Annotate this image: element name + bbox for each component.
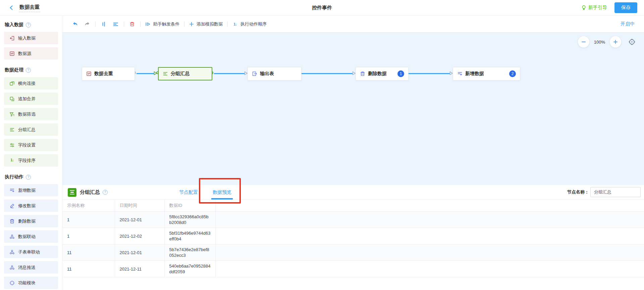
section-title-process: 数据处理 (5, 67, 58, 73)
column-header: 日期时间 (115, 200, 164, 212)
table-row[interactable]: 1 2021-12-01 5f8cc329366a0c85bb2008d0 (62, 212, 644, 228)
help-icon[interactable] (103, 190, 108, 195)
save-button[interactable]: 保存 (614, 2, 637, 13)
node-label: 分组汇总 (171, 71, 190, 77)
cell-sample-name: 11 (62, 244, 115, 261)
sidebar-item-field-sort[interactable]: 字段排序 (4, 154, 58, 167)
table-row[interactable]: 11 2021-12-01 5b7e7436e2e87bef8052ecc3 (62, 244, 644, 261)
flow-node-output-table[interactable]: 输出表 (248, 67, 302, 80)
align-horizontal-button[interactable] (112, 21, 119, 27)
sidebar-item-field-settings[interactable]: 字段设置 (4, 139, 58, 151)
assistant-trigger-label: 助手触发条件 (153, 21, 179, 27)
sidebar-section-actions: 执行动作 新增数据 修改数据 删除数据 数据联动 子表单联动 (4, 174, 58, 289)
undo-button[interactable] (72, 21, 78, 27)
data-linkage-icon (9, 234, 15, 239)
assistant-trigger-button[interactable]: 助手触发条件 (145, 21, 179, 27)
group-node-icon (163, 71, 168, 76)
tab-data-preview[interactable]: 数据预览 (211, 185, 233, 199)
connector-line (214, 73, 245, 74)
sidebar-section-input: 输入数据 输入数据 数据源 (4, 22, 58, 60)
cell-data-id: 5bf31fb496e9744d63eff0b4 (164, 228, 215, 244)
connector-arrow-icon (154, 71, 157, 75)
action-order-button[interactable]: 执行动作顺序 (232, 21, 267, 27)
help-icon[interactable] (26, 175, 31, 180)
help-icon[interactable] (26, 68, 31, 73)
redo-button[interactable] (84, 21, 91, 27)
column-header: 数据ID (164, 200, 215, 212)
filter-icon (9, 112, 15, 117)
flow-node-group-summary[interactable]: 分组汇总 (158, 67, 212, 80)
zoom-level: 100% (594, 40, 605, 45)
sidebar-item-add-data[interactable]: 新增数据 (4, 184, 58, 196)
add-mock-data-button[interactable]: 添加模拟数据 (189, 21, 223, 27)
sidebar-item-horizontal-join[interactable]: 横向连接 (4, 77, 58, 90)
datasource-icon (9, 51, 15, 56)
node-name-input[interactable] (590, 187, 641, 197)
sidebar-item-input-data[interactable]: 输入数据 (4, 32, 58, 44)
flow-node-add-data[interactable]: 新增数据 2 (453, 67, 520, 80)
flow-node-delete-data[interactable]: 删除数据 1 (356, 67, 409, 80)
crosshair-icon (628, 38, 636, 46)
action-order-icon (232, 22, 238, 26)
zoom-out-button[interactable] (578, 36, 589, 48)
zoom-in-button[interactable] (610, 36, 621, 48)
cell-data-id: 540eb6aa7e0952884ddf2059 (164, 261, 215, 277)
group-summary-icon (9, 127, 15, 132)
add-mock-data-label: 添加模拟数据 (197, 21, 223, 27)
action-order-label: 执行动作顺序 (240, 21, 267, 27)
edit-data-icon (9, 203, 15, 209)
node-label: 删除数据 (368, 71, 387, 77)
node-name-field: 节点名称： (567, 187, 641, 197)
message-push-icon (9, 265, 15, 270)
trash-icon (129, 21, 135, 27)
sidebar-item-message-push[interactable]: 消息推送 (4, 261, 58, 274)
section-title-actions: 执行动作 (5, 174, 58, 180)
node-label: 输出表 (260, 71, 274, 77)
align-vertical-button[interactable] (100, 21, 107, 27)
cell-date: 2021-12-01 (115, 212, 164, 228)
horizontal-join-icon (9, 81, 15, 86)
table-row[interactable]: 11 2021-12-11 540eb6aa7e0952884ddf2059 (62, 261, 644, 277)
column-header: 示例名称 (62, 200, 115, 212)
flow-canvas[interactable]: 100% 数据去重 (62, 33, 644, 185)
table-row[interactable]: 1 2021-12-02 5bf31fb496e9744d63eff0b4 (62, 228, 644, 244)
tab-node-config[interactable]: 节点配置 (178, 185, 199, 199)
delete-data-icon (9, 219, 15, 224)
top-header: 数据去重 控件事件 新手引导 保存 (0, 0, 644, 16)
align-vertical-icon (101, 21, 106, 27)
zoom-out-icon (581, 40, 586, 44)
panel-tabs: 节点配置 数据预览 (178, 185, 233, 199)
delete-node-button[interactable] (129, 21, 136, 27)
locate-center-button[interactable] (628, 38, 636, 46)
redo-icon (84, 21, 90, 26)
sidebar-item-edit-data[interactable]: 修改数据 (4, 199, 58, 212)
zoom-in-icon (613, 40, 618, 44)
beginner-guide-label: 新手引导 (588, 5, 607, 11)
beginner-guide-button[interactable]: 新手引导 (581, 5, 607, 11)
sidebar-item-data-filter[interactable]: 数据筛选 (4, 108, 58, 120)
sidebar-item-datasource[interactable]: 数据源 (4, 47, 58, 60)
node-detail-panel: 分组汇总 节点配置 数据预览 节点名称： 示例名称 日期时间 数 (62, 185, 644, 290)
flow-status[interactable]: 开启中 (621, 21, 635, 27)
undo-icon (72, 21, 78, 26)
append-merge-icon (9, 96, 15, 102)
add-data-icon (9, 188, 15, 193)
zoom-controls: 100% (578, 36, 636, 48)
sidebar-item-data-linkage[interactable]: 数据联动 (4, 230, 58, 243)
sidebar-item-subform-linkage[interactable]: 子表单联动 (4, 246, 58, 258)
connector-line (409, 73, 450, 74)
sidebar-item-delete-data[interactable]: 删除数据 (4, 215, 58, 227)
help-icon[interactable] (26, 22, 31, 27)
connector-line (302, 73, 353, 74)
node-label: 新增数据 (465, 71, 484, 77)
subform-linkage-icon (9, 249, 15, 255)
column-header-empty (215, 200, 644, 212)
sidebar-item-group-summary[interactable]: 分组汇总 (4, 123, 58, 136)
flow-title[interactable]: 数据去重 (19, 3, 40, 12)
flow-node-dedupe[interactable]: 数据去重 (82, 67, 135, 80)
cell-sample-name: 1 (62, 212, 115, 228)
sidebar-item-append-merge[interactable]: 追加合并 (4, 93, 58, 105)
sidebar-item-function-module[interactable]: 功能模块 (4, 277, 58, 289)
back-button[interactable] (7, 3, 16, 12)
sidebar: 输入数据 输入数据 数据源 数据处理 横向连接 追 (0, 16, 62, 290)
